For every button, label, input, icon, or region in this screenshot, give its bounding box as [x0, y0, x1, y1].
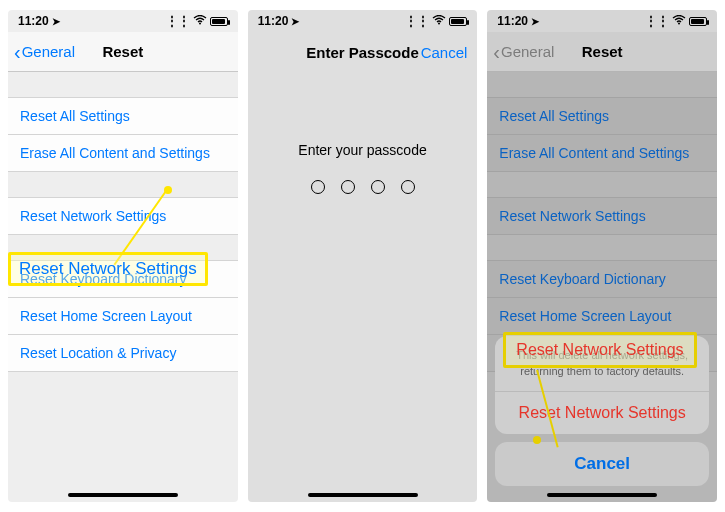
svg-point-0 — [199, 23, 201, 25]
back-button[interactable]: ‹ General — [14, 42, 75, 62]
screen-reset: 11:20 ➤ ⋮⋮ ‹ General Reset Reset All Set… — [8, 10, 238, 502]
location-icon: ➤ — [52, 16, 60, 27]
signal-icon: ⋮⋮ — [405, 14, 429, 28]
passcode-dot — [341, 180, 355, 194]
content: Reset All Settings Erase All Content and… — [487, 72, 717, 502]
wifi-icon — [432, 14, 446, 28]
cancel-button[interactable]: Cancel — [421, 44, 468, 61]
home-indicator[interactable] — [68, 493, 178, 497]
battery-icon — [210, 17, 228, 26]
navbar: ‹ General Reset — [487, 32, 717, 72]
page-title: Reset — [582, 43, 623, 60]
page-title: Enter Passcode — [306, 44, 419, 61]
navbar: Enter Passcode Cancel — [248, 32, 478, 72]
content: Reset All Settings Erase All Content and… — [8, 72, 238, 502]
status-time: 11:20 — [258, 14, 289, 28]
back-button: ‹ General — [493, 42, 554, 62]
passcode-dot — [401, 180, 415, 194]
status-time: 11:20 — [18, 14, 49, 28]
chevron-left-icon: ‹ — [493, 42, 500, 62]
status-bar: 11:20 ➤ ⋮⋮ — [8, 10, 238, 32]
status-bar: 11:20 ➤ ⋮⋮ — [487, 10, 717, 32]
signal-icon: ⋮⋮ — [645, 14, 669, 28]
row-erase-all[interactable]: Erase All Content and Settings — [8, 134, 238, 172]
callout-reset-network: Reset Network Settings — [8, 252, 208, 286]
location-icon: ➤ — [531, 16, 539, 27]
home-indicator[interactable] — [547, 493, 657, 497]
row-reset-home[interactable]: Reset Home Screen Layout — [8, 297, 238, 335]
svg-point-2 — [678, 23, 680, 25]
sheet-cancel-button[interactable]: Cancel — [495, 442, 709, 486]
passcode-dots[interactable] — [248, 180, 478, 194]
content: Enter your passcode — [248, 72, 478, 502]
callout-reset-network: Reset Network Settings — [503, 332, 696, 368]
wifi-icon — [672, 14, 686, 28]
passcode-dot — [371, 180, 385, 194]
row-reset-location[interactable]: Reset Location & Privacy — [8, 334, 238, 372]
chevron-left-icon: ‹ — [14, 42, 21, 62]
row-reset-network[interactable]: Reset Network Settings — [8, 197, 238, 235]
wifi-icon — [193, 14, 207, 28]
row-reset-all[interactable]: Reset All Settings — [8, 97, 238, 135]
screen-passcode: 11:20 ➤ ⋮⋮ Enter Passcode Cancel Enter y… — [248, 10, 478, 502]
battery-icon — [449, 17, 467, 26]
battery-icon — [689, 17, 707, 26]
location-icon: ➤ — [291, 16, 299, 27]
screen-reset-confirm: 11:20 ➤ ⋮⋮ ‹ General Reset Reset All Set… — [487, 10, 717, 502]
svg-point-1 — [438, 23, 440, 25]
sheet-reset-network-button[interactable]: Reset Network Settings — [495, 392, 709, 434]
back-label: General — [22, 43, 75, 60]
navbar: ‹ General Reset — [8, 32, 238, 72]
status-time: 11:20 — [497, 14, 528, 28]
signal-icon: ⋮⋮ — [166, 14, 190, 28]
status-bar: 11:20 ➤ ⋮⋮ — [248, 10, 478, 32]
page-title: Reset — [102, 43, 143, 60]
passcode-dot — [311, 180, 325, 194]
back-label: General — [501, 43, 554, 60]
home-indicator[interactable] — [308, 493, 418, 497]
passcode-prompt: Enter your passcode — [248, 142, 478, 158]
